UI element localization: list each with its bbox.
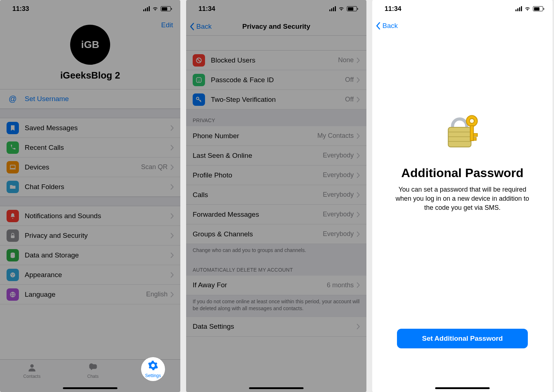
row-privacy-and-security[interactable]: Privacy and Security bbox=[0, 226, 180, 245]
home-indicator[interactable] bbox=[63, 387, 117, 389]
tab-label: Settings bbox=[145, 373, 161, 378]
wifi-icon bbox=[524, 6, 531, 11]
set-password-button[interactable]: Set Additional Password bbox=[397, 329, 528, 348]
chevron-right-icon bbox=[357, 192, 360, 198]
bell-icon bbox=[7, 210, 19, 222]
row-label: Profile Photo bbox=[193, 171, 323, 179]
chevron-right-icon bbox=[170, 164, 174, 170]
data-icon bbox=[7, 249, 19, 261]
bookmark-icon bbox=[7, 122, 19, 134]
lock-key-illustration bbox=[439, 108, 486, 156]
row-recent-calls[interactable]: Recent Calls bbox=[0, 138, 180, 157]
row-label: Last Seen & Online bbox=[193, 152, 323, 160]
row-label: Data Settings bbox=[193, 323, 357, 331]
chevron-right-icon bbox=[357, 57, 360, 63]
row-value: My Contacts bbox=[317, 132, 354, 140]
status-time: 11:33 bbox=[12, 5, 29, 13]
row-label: Chat Folders bbox=[25, 183, 170, 191]
row-forwarded-messages[interactable]: Forwarded Messages Everybody bbox=[186, 205, 366, 224]
svg-rect-17 bbox=[448, 127, 471, 147]
data-settings-row[interactable]: Data Settings bbox=[186, 317, 366, 337]
set-username-row[interactable]: @ Set Username bbox=[0, 89, 180, 109]
row-value: None bbox=[338, 56, 354, 64]
row-phone-number[interactable]: Phone Number My Contacts bbox=[186, 126, 366, 146]
row-passcode-face-id[interactable]: Passcode & Face ID Off bbox=[186, 70, 366, 90]
chevron-right-icon bbox=[357, 97, 360, 103]
title: Additional Password bbox=[401, 166, 523, 180]
tab-settings-highlight[interactable]: Settings bbox=[141, 357, 165, 381]
screen-privacy: 11:34 Back Privacy and Security Blocked … bbox=[186, 0, 366, 392]
row-label: Forwarded Messages bbox=[193, 211, 323, 219]
status-icons bbox=[143, 6, 171, 11]
back-button[interactable]: Back bbox=[376, 22, 398, 30]
row-appearance[interactable]: Appearance bbox=[0, 265, 180, 285]
row-devices[interactable]: Devices Scan QR bbox=[0, 157, 180, 177]
row-profile-photo[interactable]: Profile Photo Everybody bbox=[186, 165, 366, 185]
svg-rect-13 bbox=[196, 77, 201, 82]
settings-list: @ Set Username Saved Messages Recent Cal… bbox=[0, 89, 180, 304]
wifi-icon bbox=[338, 6, 345, 11]
auto-delete-footer: If you do not come online at least once … bbox=[186, 295, 366, 317]
svg-rect-2 bbox=[11, 235, 15, 238]
row-label: Two-Step Verification bbox=[211, 96, 345, 104]
chevron-right-icon bbox=[357, 133, 360, 139]
chevron-right-icon bbox=[357, 212, 360, 217]
back-label: Back bbox=[196, 23, 212, 31]
home-indicator[interactable] bbox=[435, 387, 490, 389]
screen-additional-password: 11:34 Back bbox=[372, 0, 553, 392]
row-blocked-users[interactable]: Blocked Users None bbox=[186, 51, 366, 70]
phone-icon bbox=[7, 141, 19, 154]
privacy-section-header: PRIVACY bbox=[186, 109, 366, 126]
row-groups-channels[interactable]: Groups & Channels Everybody bbox=[186, 224, 366, 244]
svg-point-5 bbox=[11, 274, 12, 275]
signal-icon bbox=[515, 6, 522, 11]
row-two-step-verification[interactable]: Two-Step Verification Off bbox=[186, 90, 366, 109]
battery-icon bbox=[347, 6, 357, 11]
row-value: Off bbox=[345, 76, 354, 84]
chevron-left-icon bbox=[376, 22, 381, 30]
edit-button[interactable]: Edit bbox=[161, 21, 173, 29]
brush-icon bbox=[7, 269, 19, 281]
home-indicator[interactable] bbox=[249, 387, 304, 389]
back-button[interactable]: Back bbox=[190, 23, 212, 31]
key-icon bbox=[193, 93, 205, 106]
row-saved-messages[interactable]: Saved Messages bbox=[0, 118, 180, 138]
back-label: Back bbox=[382, 22, 398, 30]
chevron-right-icon bbox=[170, 272, 174, 278]
svg-point-6 bbox=[13, 274, 14, 275]
lock-icon bbox=[7, 229, 19, 242]
laptop-icon bbox=[7, 161, 19, 173]
row-data-and-storage[interactable]: Data and Storage bbox=[0, 245, 180, 265]
status-bar: 11:33 bbox=[0, 0, 180, 17]
row-label: Devices bbox=[25, 163, 141, 171]
svg-point-14 bbox=[198, 79, 198, 80]
row-language[interactable]: Language English bbox=[0, 285, 180, 304]
settings-icon bbox=[148, 360, 158, 372]
row-calls[interactable]: Calls Everybody bbox=[186, 185, 366, 205]
row-notifications-and-sounds[interactable]: Notifications and Sounds bbox=[0, 206, 180, 226]
avatar[interactable]: iGB bbox=[70, 25, 110, 65]
row-value: 6 months bbox=[327, 281, 354, 289]
chevron-right-icon bbox=[170, 125, 174, 131]
signal-icon bbox=[143, 6, 150, 11]
tab-label: Contacts bbox=[23, 374, 40, 379]
row-label: Saved Messages bbox=[25, 124, 170, 132]
chevron-right-icon bbox=[357, 282, 360, 288]
row-label: Calls bbox=[193, 191, 323, 199]
screen-settings: 11:33 Edit iGB iGeeksBlog 2 @ Set Userna… bbox=[0, 0, 180, 392]
tab-contacts[interactable]: Contacts bbox=[23, 363, 40, 392]
privacy-list: Blocked Users None Passcode & Face ID Of… bbox=[186, 50, 366, 337]
set-username-label: Set Username bbox=[25, 95, 174, 103]
svg-rect-0 bbox=[10, 165, 15, 168]
chevron-right-icon bbox=[170, 184, 174, 190]
folder-icon bbox=[7, 181, 19, 193]
row-value: Everybody bbox=[323, 191, 354, 199]
row-value: Scan QR bbox=[141, 163, 168, 171]
tab-label: Chats bbox=[87, 374, 99, 379]
row-last-seen-online[interactable]: Last Seen & Online Everybody bbox=[186, 146, 366, 165]
row-value: Everybody bbox=[323, 152, 354, 159]
row-chat-folders[interactable]: Chat Folders bbox=[0, 177, 180, 197]
chevron-right-icon bbox=[357, 231, 360, 237]
row-value: Everybody bbox=[323, 171, 354, 179]
row-if-away-for[interactable]: If Away For 6 months bbox=[186, 276, 366, 295]
